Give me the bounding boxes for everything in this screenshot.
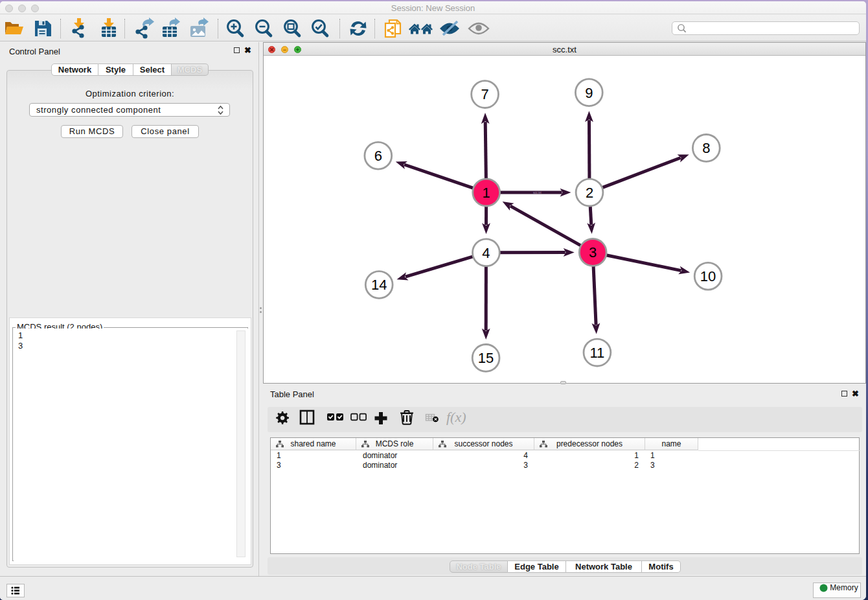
svg-text:3: 3 <box>589 244 597 260</box>
svg-text:f(x): f(x) <box>446 409 466 425</box>
svg-text:7: 7 <box>481 86 488 102</box>
svg-text:10: 10 <box>700 268 716 284</box>
svg-text:4: 4 <box>482 245 490 261</box>
svg-text:2: 2 <box>586 185 593 201</box>
svg-text:scc.txt: scc.txt <box>533 191 542 194</box>
svg-text:11: 11 <box>589 345 604 361</box>
svg-text:15: 15 <box>478 350 494 366</box>
svg-text:14: 14 <box>371 277 387 293</box>
svg-text:8: 8 <box>702 140 710 156</box>
svg-text:9: 9 <box>585 85 593 101</box>
svg-text:1: 1 <box>483 185 490 201</box>
svg-text:6: 6 <box>374 148 382 164</box>
